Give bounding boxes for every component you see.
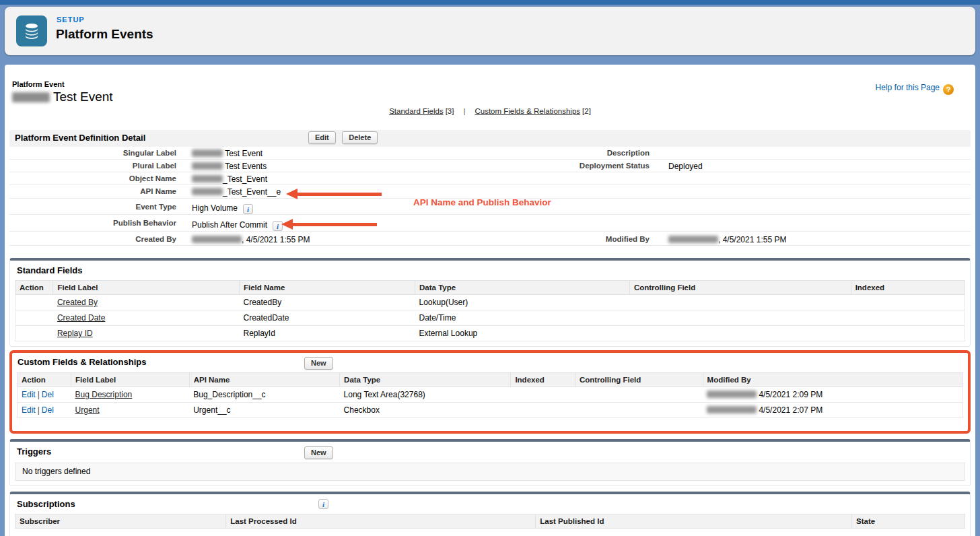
redacted-title-prefix	[12, 92, 50, 102]
controlling-field-cell	[575, 387, 703, 403]
info-icon[interactable]: i	[243, 204, 253, 214]
arrow-head-icon	[286, 189, 298, 199]
field-label: Plural Label	[9, 160, 184, 172]
table-row: Created By CreatedBy Lookup(User)	[15, 295, 965, 310]
modified-date: 4/5/2021 2:07 PM	[759, 405, 823, 415]
indexed-cell	[851, 310, 965, 326]
nav-link-standard-fields[interactable]: Standard Fields	[389, 107, 444, 115]
modified-by-cell: 4/5/2021 2:09 PM	[703, 387, 963, 403]
redacted-user-name	[668, 236, 718, 243]
action-separator: |	[38, 405, 40, 415]
page-title: Test Event	[12, 90, 113, 104]
edit-link[interactable]: Edit	[22, 405, 36, 415]
value-text: Publish After Commit	[192, 220, 267, 230]
table-row: Replay ID ReplayId External Lookup	[15, 326, 965, 341]
empty-cell	[501, 215, 658, 231]
arrow-head-icon	[281, 219, 293, 230]
database-icon	[22, 22, 41, 40]
del-link[interactable]: Del	[42, 390, 54, 399]
data-type-cell: External Lookup	[415, 326, 630, 341]
value-text: _Test_Event	[223, 174, 267, 184]
subscriptions-table: Subscriber Last Processed Id Last Publis…	[15, 514, 965, 529]
empty-cell	[501, 172, 658, 185]
new-trigger-button[interactable]: New	[304, 446, 333, 459]
custom-fields-table: Action Field Label API Name Data Type In…	[17, 372, 963, 418]
column-header: Indexed	[511, 373, 575, 387]
edit-link[interactable]: Edit	[22, 390, 36, 399]
new-custom-field-button[interactable]: New	[304, 357, 333, 370]
field-label-link[interactable]: Bug Description	[75, 390, 133, 399]
main-content-panel: Platform Event Test Event Help for this …	[5, 65, 975, 536]
controlling-field-cell	[629, 310, 851, 326]
data-type-cell: Checkbox	[340, 403, 511, 418]
value-text: _Test_Event__e	[223, 187, 281, 197]
description-value	[658, 147, 971, 159]
redacted-user-name	[707, 406, 757, 413]
field-label: Description	[501, 147, 658, 159]
field-name-cell: CreatedDate	[239, 310, 415, 326]
value-text: , 4/5/2021 1:55 PM	[718, 235, 786, 244]
field-label-link[interactable]: Urgent	[75, 405, 100, 415]
modified-by-cell: 4/5/2021 2:07 PM	[703, 403, 963, 418]
nav-link-custom-fields[interactable]: Custom Fields & Relationships	[475, 107, 580, 115]
custom-fields-title: Custom Fields & Relationships	[12, 353, 968, 372]
redacted-text	[192, 175, 223, 182]
info-icon[interactable]: i	[318, 499, 328, 509]
field-label: Event Type	[9, 199, 184, 214]
controlling-field-cell	[629, 326, 851, 341]
column-header: Data Type	[415, 281, 630, 295]
plural-label-value: Test Events	[184, 160, 501, 172]
action-cell: Edit|Del	[18, 387, 71, 403]
empty-cell	[658, 172, 971, 185]
nav-count-standard-fields: [3]	[446, 107, 454, 115]
indexed-cell	[511, 387, 575, 403]
column-header: Last Published Id	[536, 514, 852, 529]
subscriptions-title: Subscriptions	[10, 494, 970, 514]
record-type-label: Platform Event	[12, 80, 65, 88]
help-icon[interactable]: ?	[943, 84, 954, 95]
arrow-shaft	[297, 193, 382, 196]
column-header: Action	[18, 373, 71, 387]
api-name-cell: Bug_Description__c	[189, 387, 339, 403]
edit-button[interactable]: Edit	[308, 131, 336, 144]
detail-section-header: Platform Event Definition Detail Edit De…	[9, 130, 971, 147]
standard-fields-title: Standard Fields	[10, 261, 970, 280]
field-label-link[interactable]: Created Date	[57, 313, 105, 323]
del-link[interactable]: Del	[42, 405, 54, 415]
empty-cell	[658, 185, 971, 198]
action-separator: |	[38, 390, 40, 399]
standard-fields-section: Standard Fields Action Field Label Field…	[9, 258, 971, 347]
redacted-user-name	[192, 236, 242, 243]
column-header: Subscriber	[15, 514, 226, 529]
standard-fields-table: Action Field Label Field Name Data Type …	[15, 280, 965, 341]
table-row: Edit|Del Urgent Urgent__c Checkbox 4/5/2…	[18, 403, 963, 418]
detail-row-publish-behavior: Publish Behavior Publish After Commiti	[9, 215, 971, 232]
detail-row-created-by: Created By , 4/5/2021 1:55 PM Modified B…	[9, 232, 971, 246]
field-label: Modified By	[501, 232, 658, 245]
api-name-cell: Urgent__c	[189, 403, 339, 418]
field-label-link[interactable]: Replay ID	[57, 329, 93, 338]
field-label-link[interactable]: Created By	[57, 298, 98, 307]
column-header: Field Label	[71, 373, 190, 387]
help-for-this-page-link[interactable]: Help for this Page?	[876, 83, 954, 95]
custom-fields-buttons: New	[304, 356, 337, 370]
redacted-text	[192, 188, 223, 195]
action-cell	[15, 295, 53, 310]
controlling-field-cell	[629, 295, 851, 310]
column-header: Controlling Field	[575, 373, 703, 387]
column-header: Field Label	[53, 281, 240, 295]
api-name-value: _Test_Event__e	[184, 185, 501, 198]
modified-date: 4/5/2021 2:09 PM	[759, 390, 823, 399]
help-link-label: Help for this Page	[876, 83, 940, 92]
platform-events-icon	[16, 15, 47, 46]
empty-cell	[658, 199, 971, 214]
detail-buttons: Edit Delete	[308, 131, 381, 144]
table-row: Created Date CreatedDate Date/Time	[15, 310, 965, 326]
delete-button[interactable]: Delete	[342, 131, 378, 144]
indexed-cell	[511, 403, 575, 418]
arrow-shaft	[292, 223, 377, 226]
action-cell: Edit|Del	[18, 403, 71, 418]
indexed-cell	[851, 326, 965, 341]
redacted-text	[192, 162, 223, 170]
detail-row-plural-label: Plural Label Test Events Deployment Stat…	[9, 160, 971, 172]
